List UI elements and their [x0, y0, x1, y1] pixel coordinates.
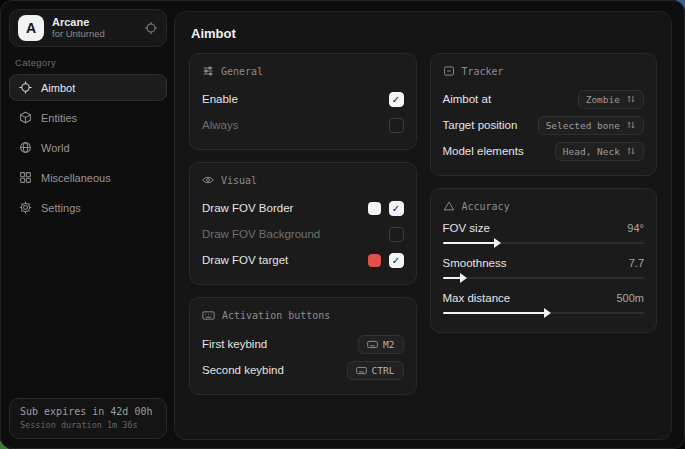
- cube-icon: [19, 111, 32, 124]
- sidebar-item-label: Aimbot: [41, 82, 75, 94]
- sidebar-item-label: World: [41, 142, 70, 154]
- slider-thumb[interactable]: [494, 238, 501, 248]
- model-elements-select[interactable]: Head, Neck: [555, 142, 644, 161]
- draw-fov-target-label: Draw FOV target: [202, 254, 288, 266]
- subscription-status-card: Sub expires in 42d 00h Session duration …: [9, 398, 167, 439]
- general-section-title: General: [221, 66, 263, 77]
- second-keybind-label: Second keybind: [202, 364, 284, 376]
- triangle-icon: [443, 200, 455, 212]
- first-keybind-value: M2: [383, 339, 394, 350]
- sidebar-item-label: Settings: [41, 202, 81, 214]
- fov-size-slider[interactable]: [443, 238, 645, 248]
- enable-checkbox[interactable]: [389, 92, 404, 107]
- app-logo: A: [18, 15, 44, 41]
- sidebar-item-label: Miscellaneous: [41, 172, 111, 184]
- page-title: Aimbot: [191, 26, 657, 41]
- sidebar-nav: Aimbot Entities: [1, 74, 175, 221]
- accuracy-section-title: Accuracy: [462, 201, 510, 212]
- setting-row: Draw FOV Border: [202, 196, 404, 220]
- setting-row: Aimbot at Zombie: [443, 87, 645, 111]
- smoothness-label: Smoothness: [443, 257, 507, 269]
- draw-fov-border-checkbox[interactable]: [389, 201, 404, 216]
- scope-icon[interactable]: [144, 21, 158, 35]
- sidebar-item-world[interactable]: World: [9, 134, 167, 161]
- session-duration-text: Session duration 1m 36s: [20, 420, 156, 430]
- first-keybind-button[interactable]: M2: [358, 335, 403, 354]
- gear-icon: [19, 201, 32, 214]
- keyboard-icon: [356, 365, 367, 376]
- sidebar-item-entities[interactable]: Entities: [9, 104, 167, 131]
- keyboard-icon: [202, 309, 215, 322]
- main-panel: Aimbot General: [174, 11, 672, 440]
- right-column: Tracker Aimbot at Zombie: [430, 53, 658, 333]
- max-distance-slider[interactable]: [443, 308, 645, 318]
- fov-border-color-swatch[interactable]: [368, 202, 381, 215]
- sidebar-item-aimbot[interactable]: Aimbot: [9, 74, 167, 101]
- sliders-icon: [202, 65, 214, 77]
- setting-row: Second keybind CTRL: [202, 358, 404, 382]
- setting-row: Target position Selected bone: [443, 113, 645, 137]
- aimbot-at-select[interactable]: Zombie: [578, 90, 644, 109]
- fov-target-color-swatch[interactable]: [368, 254, 381, 267]
- fov-size-label: FOV size: [443, 222, 490, 234]
- draw-fov-border-label: Draw FOV Border: [202, 202, 293, 214]
- activation-section-title: Activation buttons: [222, 310, 330, 321]
- max-distance-value: 500m: [616, 292, 644, 304]
- app-header: A Arcane for Unturned: [9, 9, 167, 47]
- first-keybind-label: First keybind: [202, 338, 267, 350]
- sidebar-item-settings[interactable]: Settings: [9, 194, 167, 221]
- fov-size-value: 94°: [627, 222, 644, 234]
- max-distance-label: Max distance: [443, 292, 511, 304]
- tracker-section-title: Tracker: [462, 66, 504, 77]
- keyboard-icon: [367, 339, 378, 350]
- slider-thumb[interactable]: [544, 308, 551, 318]
- eye-icon: [202, 174, 214, 186]
- smoothness-slider-group: Smoothness 7.7: [443, 257, 645, 283]
- activation-buttons-card: Activation buttons First keybind M2: [189, 297, 417, 395]
- target-position-label: Target position: [443, 119, 518, 131]
- draw-fov-background-label: Draw FOV Background: [202, 228, 320, 240]
- always-checkbox[interactable]: [389, 118, 404, 133]
- visual-card: Visual Draw FOV Border Draw FOV Backgrou…: [189, 162, 417, 285]
- left-column: General Enable Always: [189, 53, 417, 395]
- sub-expiry-text: Sub expires in 42d 00h: [20, 406, 156, 417]
- cheat-menu-window: A Arcane for Unturned Category: [0, 0, 685, 449]
- box-dash-icon: [443, 65, 455, 77]
- setting-row: Model elements Head, Neck: [443, 139, 645, 163]
- category-label: Category: [15, 57, 161, 68]
- setting-row: Enable: [202, 87, 404, 111]
- target-position-value: Selected bone: [546, 120, 620, 131]
- tracker-card: Tracker Aimbot at Zombie: [430, 53, 658, 176]
- draw-fov-target-checkbox[interactable]: [389, 253, 404, 268]
- model-elements-value: Head, Neck: [563, 146, 620, 157]
- up-down-arrows-icon: [626, 94, 636, 104]
- crosshair-icon: [19, 81, 32, 94]
- fov-size-slider-group: FOV size 94°: [443, 222, 645, 248]
- sidebar-item-miscellaneous[interactable]: Miscellaneous: [9, 164, 167, 191]
- up-down-arrows-icon: [626, 146, 636, 156]
- second-keybind-button[interactable]: CTRL: [347, 361, 404, 380]
- smoothness-value: 7.7: [629, 257, 644, 269]
- grid-icon: [19, 171, 32, 184]
- target-position-select[interactable]: Selected bone: [538, 116, 644, 135]
- setting-row: Draw FOV target: [202, 248, 404, 272]
- setting-row: Draw FOV Background: [202, 222, 404, 246]
- smoothness-slider[interactable]: [443, 273, 645, 283]
- aimbot-at-value: Zombie: [586, 94, 620, 105]
- accuracy-card: Accuracy FOV size 94°: [430, 188, 658, 333]
- enable-label: Enable: [202, 93, 238, 105]
- up-down-arrows-icon: [626, 120, 636, 130]
- sidebar-item-label: Entities: [41, 112, 77, 124]
- second-keybind-value: CTRL: [372, 365, 395, 376]
- setting-row: First keybind M2: [202, 332, 404, 356]
- model-elements-label: Model elements: [443, 145, 524, 157]
- sidebar: A Arcane for Unturned Category: [1, 1, 175, 448]
- globe-icon: [19, 141, 32, 154]
- app-subtitle: for Unturned: [52, 29, 136, 40]
- general-card: General Enable Always: [189, 53, 417, 150]
- draw-fov-background-checkbox[interactable]: [389, 227, 404, 242]
- slider-thumb[interactable]: [460, 273, 467, 283]
- setting-row: Always: [202, 113, 404, 137]
- app-name: Arcane: [52, 16, 136, 29]
- aimbot-at-label: Aimbot at: [443, 93, 492, 105]
